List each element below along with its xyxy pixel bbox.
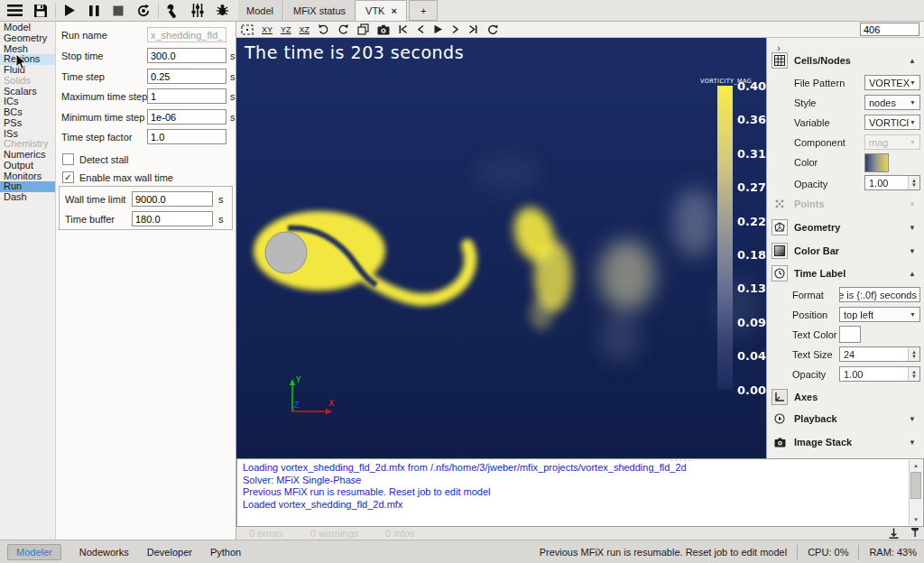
sidebar-item-fluid[interactable]: Fluid	[0, 65, 55, 76]
axes-icon[interactable]	[772, 389, 788, 405]
bug-icon[interactable]	[216, 2, 229, 20]
detect-stall-checkbox[interactable]	[62, 153, 74, 165]
stop-icon[interactable]	[112, 2, 125, 20]
min-time-step-input[interactable]	[147, 109, 226, 125]
collapse-icon[interactable]: ▲	[909, 57, 916, 65]
max-time-step-unit: s	[230, 91, 236, 102]
stop-time-input[interactable]	[147, 48, 226, 63]
scroll-to-bottom-icon[interactable]	[889, 528, 899, 539]
perspective-toggle-icon[interactable]	[357, 23, 369, 36]
clock-icon[interactable]	[772, 265, 788, 282]
mode-tab-nodeworks[interactable]: Nodeworks	[79, 547, 129, 558]
sidebar-item-pss[interactable]: PSs	[0, 118, 55, 129]
last-frame-icon[interactable]	[467, 23, 478, 36]
sidebar-item-numerics[interactable]: Numerics	[0, 150, 55, 161]
spin-down-icon[interactable]: ▼	[911, 183, 917, 188]
vtk-render-view[interactable]: The time is 203 seconds VORTICITY_MAG 0.…	[236, 38, 766, 458]
reset-view-icon[interactable]	[241, 23, 254, 36]
pause-icon[interactable]	[88, 2, 101, 20]
section-image-stack[interactable]: Image Stack ▼	[767, 435, 924, 452]
console-line: Solver: MFiX Single-Phase	[243, 475, 905, 487]
file-pattern-dropdown[interactable]: VORTEX_SHE▼	[864, 75, 920, 90]
view-xy-button[interactable]: XY	[262, 23, 273, 36]
style-dropdown[interactable]: nodes▼	[864, 95, 920, 110]
format-input[interactable]: e is {:.0f} seconds	[839, 287, 920, 302]
section-axes[interactable]: Axes	[767, 390, 924, 407]
section-cells-nodes[interactable]: Cells/Nodes ▲	[767, 53, 924, 70]
mode-bar: Modeler Nodeworks Developer Python Previ…	[0, 540, 924, 563]
view-yz-button[interactable]: YZ	[281, 23, 291, 36]
expand-icon[interactable]: ▼	[909, 438, 916, 447]
close-tab-icon[interactable]: ×	[391, 5, 396, 16]
splitter-handle[interactable]: ·····	[670, 458, 693, 465]
time-label-opacity-spinbox[interactable]: 1.00 ▲▼	[839, 366, 920, 382]
opacity-label: Opacity	[794, 179, 827, 189]
colormap-swatch-button[interactable]	[864, 153, 889, 172]
time-buffer-input[interactable]	[132, 211, 213, 226]
cells-nodes-grid-icon[interactable]	[772, 52, 788, 69]
view-xz-button[interactable]: XZ	[300, 23, 310, 36]
expand-icon[interactable]: ▼	[909, 224, 916, 232]
run-play-icon[interactable]	[63, 2, 77, 20]
position-dropdown[interactable]: top left▼	[839, 307, 920, 322]
next-frame-icon[interactable]	[451, 23, 459, 36]
first-frame-icon[interactable]	[398, 23, 409, 36]
enable-max-wall-time-checkbox[interactable]: ✓	[62, 171, 74, 183]
sidebar-item-model[interactable]: Model	[0, 23, 55, 33]
tab-model[interactable]: Model	[236, 0, 283, 21]
sidebar-item-geometry[interactable]: Geometry	[0, 33, 55, 44]
scrollbar-thumb[interactable]	[910, 472, 921, 499]
time-step-input[interactable]	[147, 69, 226, 84]
spin-down-icon[interactable]: ▼	[911, 374, 917, 379]
scrollbar-up-icon[interactable]: ▲	[910, 460, 922, 471]
opacity-spinbox[interactable]: 1.00 ▲▼	[864, 175, 920, 190]
menu-icon[interactable]	[7, 2, 23, 20]
section-geometry[interactable]: Geometry ▼	[767, 220, 924, 237]
reset-icon[interactable]	[136, 2, 151, 20]
mode-tab-developer[interactable]: Developer	[147, 547, 192, 558]
component-dropdown: mag▼	[864, 134, 920, 150]
mode-tab-modeler[interactable]: Modeler	[7, 544, 61, 560]
max-time-step-input[interactable]	[147, 88, 226, 104]
play-frames-icon[interactable]	[433, 23, 443, 36]
refresh-loop-icon[interactable]	[486, 23, 498, 36]
build-wrench-icon[interactable]	[166, 2, 180, 20]
settings-sliders-icon[interactable]	[191, 2, 205, 20]
message-console[interactable]: ····· Loading vortex_shedding_fld_2d.mfx…	[236, 458, 924, 527]
screenshot-camera-icon[interactable]	[377, 23, 390, 36]
wall-time-limit-input[interactable]	[132, 191, 213, 207]
console-scrollbar[interactable]: ▲ ▼	[909, 460, 922, 525]
text-size-spinbox[interactable]: 24 ▲▼	[839, 346, 920, 362]
collapse-icon[interactable]: ▲	[909, 270, 916, 278]
geometry-icon[interactable]	[772, 219, 788, 235]
image-stack-camera-icon[interactable]	[772, 434, 788, 450]
dropdown-value: nodes	[869, 97, 896, 108]
section-color-bar[interactable]: Color Bar ▼	[767, 244, 924, 261]
rotate-left-icon[interactable]	[318, 23, 329, 36]
color-bar-icon[interactable]	[772, 243, 788, 259]
playback-icon[interactable]	[772, 411, 788, 427]
sidebar-item-bcs[interactable]: BCs	[0, 107, 55, 118]
scrollbar-down-icon[interactable]: ▼	[910, 514, 922, 525]
scroll-to-top-icon[interactable]: T	[911, 528, 919, 539]
text-color-swatch-button[interactable]	[839, 326, 861, 343]
time-step-factor-input[interactable]	[147, 129, 226, 144]
mode-tab-python[interactable]: Python	[210, 547, 241, 558]
tab-mfix-status[interactable]: MFiX status	[283, 0, 356, 21]
sidebar-item-output[interactable]: Output	[0, 161, 55, 171]
sidebar-item-dash[interactable]: Dash	[0, 192, 55, 203]
tab-vtk[interactable]: VTK×	[356, 0, 407, 21]
colorbar-tick: 0.13	[737, 282, 766, 295]
section-time-label[interactable]: Time Label ▲	[767, 266, 924, 283]
frame-number-input[interactable]	[860, 23, 919, 36]
add-tab-button[interactable]: +	[409, 0, 438, 21]
section-playback[interactable]: Playback ▼	[767, 411, 924, 429]
spin-down-icon[interactable]: ▼	[911, 355, 917, 359]
save-icon[interactable]	[33, 2, 48, 20]
expand-icon[interactable]: ▼	[909, 247, 916, 255]
previous-frame-icon[interactable]	[417, 23, 425, 36]
variable-dropdown[interactable]: VORTICITY_M▼	[864, 115, 920, 130]
expand-icon[interactable]: ▼	[909, 415, 916, 423]
rotate-right-icon[interactable]	[337, 23, 349, 36]
dropdown-value: mag	[869, 137, 888, 148]
